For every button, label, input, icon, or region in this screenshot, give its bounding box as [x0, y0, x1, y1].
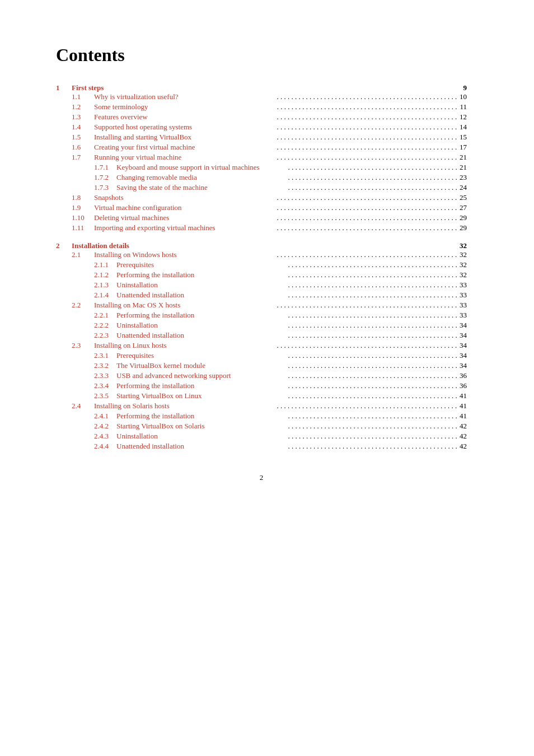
subsection-title-2.1.2[interactable]: Performing the installation [116, 270, 288, 279]
subsection-title-2.3.4[interactable]: Performing the installation [116, 381, 288, 390]
subsection-title-1.7.1[interactable]: Keyboard and mouse support in virtual ma… [116, 163, 288, 172]
chapter-title-2[interactable]: Installation details [72, 241, 450, 250]
subsection-title-2.2.3[interactable]: Unattended installation [116, 331, 288, 340]
subsection-num-2.1.3: 2.1.3 [94, 281, 116, 290]
section-row-1.9[interactable]: 1.9 Virtual machine configuration . . . … [56, 203, 467, 212]
subsection-row-2.2.1[interactable]: 2.2.1 Performing the installation . . . … [56, 311, 467, 320]
subsection-dots-2.3.1: . . . . . . . . . . . . . . . . . . . . … [288, 351, 460, 360]
section-row-2.4[interactable]: 2.4 Installing on Solaris hosts . . . . … [56, 402, 467, 410]
subsection-row-2.2.2[interactable]: 2.2.2 Uninstallation . . . . . . . . . .… [56, 321, 467, 330]
subsection-row-2.1.4[interactable]: 2.1.4 Unattended installation . . . . . … [56, 291, 467, 300]
section-row-1.11[interactable]: 1.11 Importing and exporting virtual mac… [56, 223, 467, 232]
subsection-page-2.4.4: 42 [460, 442, 467, 451]
section-title-1.6[interactable]: Creating your first virtual machine [94, 143, 277, 152]
subsection-title-2.4.4[interactable]: Unattended installation [116, 442, 288, 451]
section-title-1.2[interactable]: Some terminology [94, 102, 277, 111]
subsection-title-2.4.1[interactable]: Performing the installation [116, 412, 288, 421]
section-num-1.3: 1.3 [72, 113, 94, 122]
subsection-title-2.1.3[interactable]: Uninstallation [116, 281, 288, 290]
section-page-2.3: 34 [460, 341, 467, 350]
section-row-1.10[interactable]: 1.10 Deleting virtual machines . . . . .… [56, 213, 467, 222]
section-row-1.7[interactable]: 1.7 Running your virtual machine . . . .… [56, 153, 467, 162]
section-dots-2.1: . . . . . . . . . . . . . . . . . . . . … [277, 250, 460, 259]
section-row-1.5[interactable]: 1.5 Installing and starting VirtualBox .… [56, 133, 467, 142]
section-dots-1.7: . . . . . . . . . . . . . . . . . . . . … [277, 153, 460, 162]
section-title-1.10[interactable]: Deleting virtual machines [94, 213, 277, 222]
subsection-num-2.3.2: 2.3.2 [94, 361, 116, 370]
section-row-2.1[interactable]: 2.1 Installing on Windows hosts . . . . … [56, 250, 467, 259]
subsection-page-1.7.3: 24 [460, 183, 467, 192]
subsection-title-2.4.2[interactable]: Starting VirtualBox on Solaris [116, 422, 288, 431]
section-title-2.2[interactable]: Installing on Mac OS X hosts [94, 301, 277, 310]
subsection-row-2.3.5[interactable]: 2.3.5 Starting VirtualBox on Linux . . .… [56, 391, 467, 400]
section-num-2.2: 2.2 [72, 301, 94, 310]
subsection-title-2.2.1[interactable]: Performing the installation [116, 311, 288, 320]
section-row-2.2[interactable]: 2.2 Installing on Mac OS X hosts . . . .… [56, 301, 467, 310]
subsection-page-2.2.1: 33 [460, 311, 467, 320]
subsection-title-2.3.3[interactable]: USB and advanced networking support [116, 371, 288, 380]
section-row-2.3[interactable]: 2.3 Installing on Linux hosts . . . . . … [56, 341, 467, 350]
subsection-page-1.7.1: 21 [460, 163, 467, 172]
section-title-2.3[interactable]: Installing on Linux hosts [94, 341, 277, 350]
section-row-1.3[interactable]: 1.3 Features overview . . . . . . . . . … [56, 113, 467, 122]
section-page-1.3: 12 [460, 113, 467, 122]
section-page-1.4: 14 [460, 123, 467, 132]
section-title-1.5[interactable]: Installing and starting VirtualBox [94, 133, 277, 142]
section-page-1.10: 29 [460, 213, 467, 222]
subsection-title-2.3.1[interactable]: Prerequisites [116, 351, 288, 360]
table-of-contents: 1 First steps 9 1.1 Why is virtualizatio… [56, 83, 467, 451]
subsection-title-2.4.3[interactable]: Uninstallation [116, 432, 288, 441]
subsection-row-1.7.3[interactable]: 1.7.3 Saving the state of the machine . … [56, 183, 467, 192]
subsection-row-2.4.3[interactable]: 2.4.3 Uninstallation . . . . . . . . . .… [56, 432, 467, 441]
section-row-1.6[interactable]: 1.6 Creating your first virtual machine … [56, 143, 467, 152]
subsection-row-2.1.3[interactable]: 2.1.3 Uninstallation . . . . . . . . . .… [56, 281, 467, 290]
section-title-1.8[interactable]: Snapshots [94, 193, 277, 202]
subsection-dots-2.2.3: . . . . . . . . . . . . . . . . . . . . … [288, 331, 460, 340]
section-dots-1.9: . . . . . . . . . . . . . . . . . . . . … [277, 203, 460, 212]
section-row-1.8[interactable]: 1.8 Snapshots . . . . . . . . . . . . . … [56, 193, 467, 202]
subsection-row-2.1.1[interactable]: 2.1.1 Prerequisites . . . . . . . . . . … [56, 260, 467, 269]
section-title-2.4[interactable]: Installing on Solaris hosts [94, 402, 277, 410]
subsection-title-1.7.3[interactable]: Saving the state of the machine [116, 183, 288, 192]
subsection-row-1.7.1[interactable]: 1.7.1 Keyboard and mouse support in virt… [56, 163, 467, 172]
section-row-1.2[interactable]: 1.2 Some terminology . . . . . . . . . .… [56, 102, 467, 111]
subsection-row-2.4.2[interactable]: 2.4.2 Starting VirtualBox on Solaris . .… [56, 422, 467, 431]
section-row-1.4[interactable]: 1.4 Supported host operating systems . .… [56, 123, 467, 132]
section-title-1.3[interactable]: Features overview [94, 113, 277, 122]
subsection-page-1.7.2: 23 [460, 173, 467, 182]
subsection-num-2.3.3: 2.3.3 [94, 371, 116, 380]
chapter-title-1[interactable]: First steps [72, 83, 450, 92]
subsection-row-2.2.3[interactable]: 2.2.3 Unattended installation . . . . . … [56, 331, 467, 340]
subsection-row-2.4.1[interactable]: 2.4.1 Performing the installation . . . … [56, 412, 467, 421]
subsection-title-2.3.2[interactable]: The VirtualBox kernel module [116, 361, 288, 370]
subsection-title-2.1.1[interactable]: Prerequisites [116, 260, 288, 269]
section-row-1.1[interactable]: 1.1 Why is virtualization useful? . . . … [56, 92, 467, 101]
subsection-title-1.7.2[interactable]: Changing removable media [116, 173, 288, 182]
subsection-page-2.4.3: 42 [460, 432, 467, 441]
section-title-1.4[interactable]: Supported host operating systems [94, 123, 277, 132]
subsection-row-2.1.2[interactable]: 2.1.2 Performing the installation . . . … [56, 270, 467, 279]
subsection-row-2.4.4[interactable]: 2.4.4 Unattended installation . . . . . … [56, 442, 467, 451]
chapter-row-1[interactable]: 1 First steps 9 [56, 83, 467, 92]
subsection-row-2.3.4[interactable]: 2.3.4 Performing the installation . . . … [56, 381, 467, 390]
section-dots-1.11: . . . . . . . . . . . . . . . . . . . . … [277, 223, 460, 232]
subsection-num-2.2.2: 2.2.2 [94, 321, 116, 330]
subsection-num-2.4.2: 2.4.2 [94, 422, 116, 431]
section-title-1.7[interactable]: Running your virtual machine [94, 153, 277, 162]
subsection-dots-2.1.3: . . . . . . . . . . . . . . . . . . . . … [288, 281, 460, 290]
subsection-row-2.3.3[interactable]: 2.3.3 USB and advanced networking suppor… [56, 371, 467, 380]
chapter-row-2[interactable]: 2 Installation details 32 [56, 241, 467, 250]
subsection-row-2.3.1[interactable]: 2.3.1 Prerequisites . . . . . . . . . . … [56, 351, 467, 360]
subsection-title-2.2.2[interactable]: Uninstallation [116, 321, 288, 330]
section-title-1.11[interactable]: Importing and exporting virtual machines [94, 223, 277, 232]
subsection-dots-2.3.2: . . . . . . . . . . . . . . . . . . . . … [288, 361, 460, 370]
section-title-1.1[interactable]: Why is virtualization useful? [94, 92, 277, 101]
subsection-row-1.7.2[interactable]: 1.7.2 Changing removable media . . . . .… [56, 173, 467, 182]
section-title-1.9[interactable]: Virtual machine configuration [94, 203, 277, 212]
subsection-row-2.3.2[interactable]: 2.3.2 The VirtualBox kernel module . . .… [56, 361, 467, 370]
subsection-title-2.3.5[interactable]: Starting VirtualBox on Linux [116, 391, 288, 400]
subsection-num-2.1.2: 2.1.2 [94, 270, 116, 279]
subsection-title-2.1.4[interactable]: Unattended installation [116, 291, 288, 300]
chapter-block-1: 1 First steps 9 1.1 Why is virtualizatio… [56, 83, 467, 232]
section-title-2.1[interactable]: Installing on Windows hosts [94, 250, 277, 259]
